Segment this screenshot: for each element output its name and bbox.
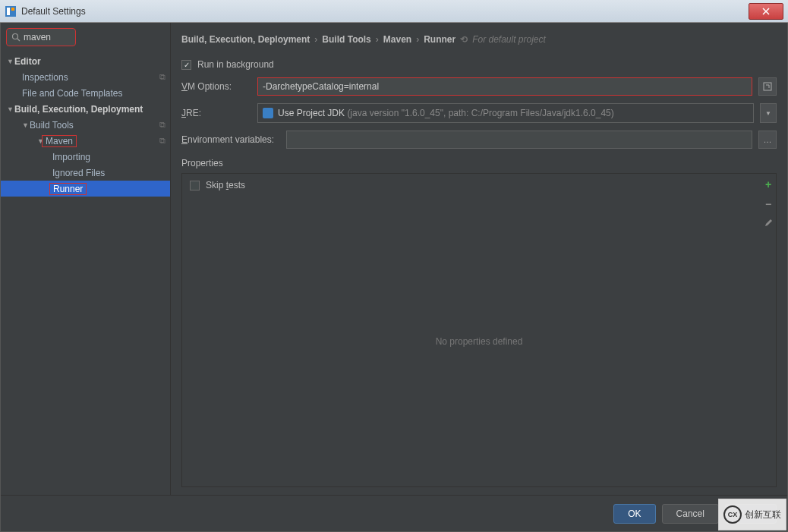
env-vars-row: Environment variables: …: [181, 131, 777, 149]
svg-line-4: [17, 39, 20, 41]
vm-options-row: VM Options:: [181, 77, 777, 96]
bc-part[interactable]: Build Tools: [322, 34, 370, 45]
watermark: CX 创新互联: [718, 499, 786, 530]
tree-ignored-files[interactable]: Ignored Files: [1, 165, 170, 181]
env-vars-label: Environment variables:: [181, 134, 280, 145]
vm-options-label: VM Options:: [181, 81, 251, 92]
bc-note: For default project: [472, 34, 546, 45]
tree-editor[interactable]: ▼Editor: [1, 53, 170, 69]
search-input[interactable]: [24, 32, 71, 42]
search-box[interactable]: [6, 28, 76, 46]
settings-sidebar: ▼Editor Inspections⧉ File and Code Templ…: [1, 23, 171, 495]
remove-property-button[interactable]: −: [764, 198, 773, 210]
window-close-button[interactable]: [749, 3, 783, 20]
search-icon: [11, 33, 20, 42]
scope-icon: ⧉: [159, 136, 165, 146]
run-background-checkbox[interactable]: ✓: [181, 60, 191, 70]
skip-tests-checkbox[interactable]: [190, 181, 200, 190]
bc-part[interactable]: Maven: [383, 34, 411, 45]
env-vars-browse-button[interactable]: …: [758, 131, 777, 149]
watermark-logo: CX: [723, 505, 742, 524]
properties-toolbar: + −: [764, 178, 773, 230]
jre-label: JRE:: [181, 108, 251, 118]
run-background-row: ✓ Run in background: [181, 59, 777, 70]
cancel-button[interactable]: Cancel: [662, 504, 719, 524]
tree-importing[interactable]: Importing: [1, 149, 170, 165]
properties-panel: Skip tests No properties defined + −: [181, 173, 777, 487]
watermark-text: 创新互联: [745, 508, 781, 521]
vm-options-expand-button[interactable]: [758, 77, 777, 96]
window-title: Default Settings: [21, 6, 749, 17]
svg-point-3: [13, 34, 18, 39]
titlebar: Default Settings: [0, 0, 788, 23]
ok-button[interactable]: OK: [613, 504, 655, 524]
bc-part[interactable]: Build, Execution, Deployment: [181, 34, 310, 45]
tree-build-exec-deploy[interactable]: ▼Build, Execution, Deployment: [1, 101, 170, 117]
expand-icon: [763, 82, 772, 91]
scope-icon: ⧉: [159, 120, 165, 130]
dialog-footer: OK Cancel Apply: [1, 495, 787, 531]
scope-icon: ⧉: [159, 72, 165, 82]
svg-rect-5: [764, 83, 771, 90]
env-vars-input[interactable]: [286, 131, 752, 149]
jre-dropdown-button[interactable]: ▼: [760, 103, 777, 123]
bc-part: Runner: [424, 34, 455, 45]
tree-build-tools[interactable]: ▼Build Tools⧉: [1, 117, 170, 133]
settings-content: Build, Execution, Deployment› Build Tool…: [171, 23, 787, 495]
properties-label: Properties: [181, 158, 777, 168]
close-icon: [762, 8, 770, 15]
tree-runner[interactable]: Runner: [1, 181, 170, 197]
jre-combo[interactable]: Use Project JDK (java version "1.6.0_45"…: [257, 103, 754, 123]
tree-file-templates[interactable]: File and Code Templates: [1, 85, 170, 101]
settings-tree: ▼Editor Inspections⧉ File and Code Templ…: [1, 52, 170, 495]
reset-icon[interactable]: ⟲: [460, 34, 468, 45]
tree-maven[interactable]: ▼Maven⧉: [1, 133, 170, 149]
jdk-icon: [263, 108, 273, 118]
app-icon: [5, 5, 17, 17]
tree-inspections[interactable]: Inspections⧉: [1, 69, 170, 85]
edit-property-button[interactable]: [764, 218, 773, 230]
jre-row: JRE: Use Project JDK (java version "1.6.…: [181, 103, 777, 123]
svg-rect-2: [11, 8, 14, 11]
skip-tests-label: Skip tests: [206, 180, 245, 190]
properties-empty: No properties defined: [182, 197, 776, 486]
run-background-label: Run in background: [197, 59, 274, 70]
add-property-button[interactable]: +: [764, 178, 773, 190]
pencil-icon: [764, 219, 773, 228]
svg-rect-1: [7, 8, 10, 15]
breadcrumb: Build, Execution, Deployment› Build Tool…: [181, 30, 777, 49]
vm-options-input[interactable]: [257, 77, 752, 96]
